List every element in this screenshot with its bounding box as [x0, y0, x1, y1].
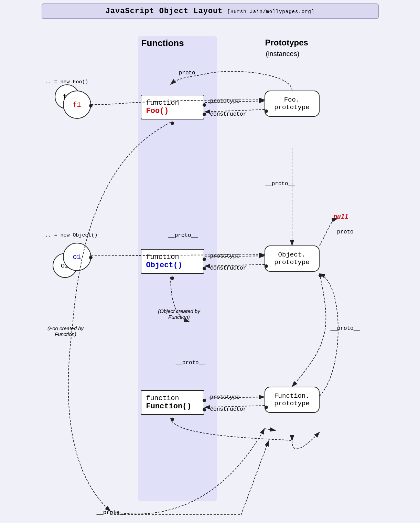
function-bottom-dot — [171, 418, 174, 421]
foo-bottom-dot — [171, 122, 174, 125]
prototypes-subheader: (instances) — [266, 50, 300, 58]
proto-label-object-proto-func: __proto__ — [331, 325, 360, 332]
function-proto-line2: prototype — [274, 400, 310, 407]
function-func-name: Function() — [146, 402, 192, 411]
new-foo-label: .. = new Foo() — [45, 79, 88, 85]
o1-oval: o1 — [63, 243, 91, 271]
object-proto-line1: Object. — [278, 251, 306, 259]
object-proto-line2: prototype — [274, 259, 310, 266]
prototype-label-foo: prototype — [210, 98, 240, 104]
f1-right-dot — [89, 104, 93, 107]
proto-label-o1: __proto__ — [168, 232, 198, 239]
title-bar: JavaScript Object Layout [Hursh Jain/mol… — [42, 3, 379, 19]
function-function-box: function Function() — [141, 390, 204, 415]
object-func-name: Object() — [146, 261, 183, 270]
object-proto-constructor-dot — [265, 264, 268, 268]
main-title: JavaScript Object Layout — [106, 7, 223, 15]
proto-label-object-proto-null: __proto__ — [331, 229, 360, 235]
function-proto-to-object-proto-arrow — [320, 274, 338, 396]
proto-label-top: __proto__ — [172, 70, 202, 76]
foo-created-note: (Foo created by Function) — [45, 325, 86, 337]
function-prototype-dot — [203, 399, 206, 402]
diagram-area: Functions Prototypes (instances) .. = ne… — [42, 26, 379, 522]
object-function-box: function Object() — [141, 249, 204, 274]
subtitle: [Hursh Jain/mollypages.org] — [227, 9, 315, 14]
object-prototype-box: Object. prototype — [265, 245, 320, 272]
function-proto-line1: Function. — [274, 392, 310, 400]
prototype-label-function: prototype — [210, 394, 240, 400]
foo-proto-constructor-dot — [265, 109, 268, 113]
proto-label-foo-proto: __proto__ — [265, 181, 295, 187]
object-proto-func-proto-arrow — [292, 274, 326, 387]
constructor-label-object: constructor — [210, 265, 247, 271]
function-proto-constructor-dot — [265, 406, 268, 409]
foo-proto-line1: Foo. — [284, 96, 300, 104]
proto-label-bottom: __proto__ — [97, 510, 126, 516]
object-func-label: function — [146, 253, 199, 261]
constructor-label-function: constructor — [210, 406, 247, 412]
object-proto-right-dot — [319, 274, 322, 277]
foo-func-label: function — [146, 99, 199, 107]
foo-prototype-box: Foo. prototype — [265, 91, 320, 117]
foo-proto-connect-func-proto — [265, 429, 276, 430]
functions-header: Functions — [141, 38, 184, 49]
prototypes-header: Prototypes — [265, 38, 308, 48]
f1-oval: f1 — [63, 91, 91, 119]
foo-constructor-dot — [203, 113, 206, 116]
object-bottom-dot — [171, 276, 174, 280]
function-constructor-dot — [203, 408, 206, 411]
foo-prototype-dot — [203, 103, 206, 107]
function-func-label: function — [146, 394, 199, 402]
foo-function-box: function Foo() — [141, 95, 204, 119]
prototype-label-object: prototype — [210, 253, 240, 259]
function-self-proto-2 — [292, 432, 320, 449]
o1-label: o1 — [73, 253, 81, 261]
null-label: null — [333, 213, 348, 220]
f1-label: f1 — [73, 101, 81, 109]
foo-func-name: Foo() — [146, 107, 169, 115]
constructor-label-foo: constructor — [210, 111, 247, 117]
object-prototype-dot — [203, 258, 206, 261]
proto-label-function-area: __proto__ — [176, 360, 205, 366]
new-object-label: .. = new Object() — [45, 232, 98, 238]
function-prototype-box: Function. prototype — [265, 387, 320, 413]
object-created-note: (Object created by Function) — [155, 308, 203, 320]
object-constructor-dot — [203, 267, 206, 270]
o1-right-dot — [89, 256, 93, 259]
foo-proto-line2: prototype — [274, 104, 310, 111]
